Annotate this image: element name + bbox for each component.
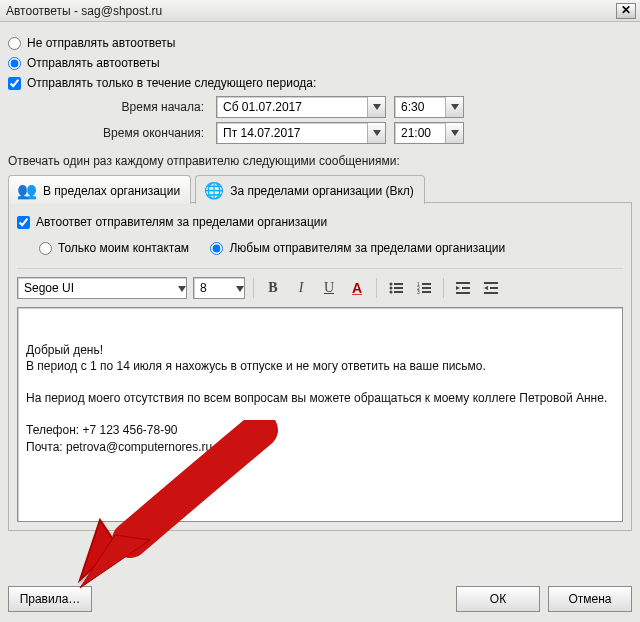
bullet-list-button[interactable]: [385, 277, 407, 299]
indent-button[interactable]: [480, 277, 502, 299]
chevron-down-icon: [445, 123, 463, 143]
end-date-value: Пт 14.07.2017: [223, 126, 301, 140]
outside-autoreply-checkbox[interactable]: [17, 216, 30, 229]
chevron-down-icon: [178, 281, 186, 295]
radio-only-contacts-input[interactable]: [39, 242, 52, 255]
period-checkbox[interactable]: [8, 77, 21, 90]
message-editor[interactable]: Добрый день! В период с 1 по 14 июля я н…: [17, 307, 623, 522]
svg-point-2: [390, 286, 393, 289]
svg-rect-14: [456, 292, 470, 294]
svg-point-0: [390, 282, 393, 285]
editor-toolbar: Segoe UI 8 B I U A 123: [17, 268, 623, 299]
start-time-dropdown[interactable]: 6:30: [394, 96, 464, 118]
numbered-list-button[interactable]: 123: [413, 277, 435, 299]
start-time-row: Время начала: Сб 01.07.2017 6:30: [88, 96, 632, 118]
chevron-down-icon: [445, 97, 463, 117]
bold-button[interactable]: B: [262, 277, 284, 299]
tab-outside-label: За пределами организации (Вкл): [230, 184, 414, 198]
svg-rect-3: [394, 287, 403, 289]
font-value: Segoe UI: [24, 281, 74, 295]
tab-inside-label: В пределах организации: [43, 184, 180, 198]
radio-only-contacts-label: Только моим контактам: [58, 241, 189, 255]
button-bar: Правила… ОК Отмена: [8, 586, 632, 612]
end-time-row: Время окончания: Пт 14.07.2017 21:00: [88, 122, 632, 144]
start-date-dropdown[interactable]: Сб 01.07.2017: [216, 96, 386, 118]
radio-no-send-label: Не отправлять автоответы: [27, 36, 175, 50]
svg-rect-1: [394, 283, 403, 285]
svg-rect-11: [422, 291, 431, 293]
radio-any-senders-label: Любым отправителям за пределами организа…: [229, 241, 505, 255]
chevron-down-icon: [367, 123, 385, 143]
font-select[interactable]: Segoe UI: [17, 277, 187, 299]
reply-once-label: Отвечать один раз каждому отправителю сл…: [8, 154, 632, 168]
chevron-down-icon: [367, 97, 385, 117]
outdent-button[interactable]: [452, 277, 474, 299]
svg-rect-7: [422, 283, 431, 285]
radio-no-send[interactable]: Не отправлять автоответы: [8, 36, 632, 50]
start-time-value: 6:30: [401, 100, 424, 114]
radio-no-send-input[interactable]: [8, 37, 21, 50]
dialog-body: Не отправлять автоответы Отправлять авто…: [0, 22, 640, 539]
tab-inside-org[interactable]: 👥 В пределах организации: [8, 175, 191, 204]
svg-rect-13: [462, 287, 470, 289]
end-label: Время окончания:: [88, 126, 208, 140]
underline-button[interactable]: U: [318, 277, 340, 299]
toolbar-separator: [376, 278, 377, 298]
start-label: Время начала:: [88, 100, 208, 114]
period-checkbox-label: Отправлять только в течение следующего п…: [27, 76, 316, 90]
tab-body-outside: Автоответ отправителям за пределами орга…: [8, 202, 632, 531]
ok-button[interactable]: ОК: [456, 586, 540, 612]
italic-button[interactable]: I: [290, 277, 312, 299]
outside-autoreply-label: Автоответ отправителям за пределами орга…: [36, 215, 327, 229]
toolbar-separator: [253, 278, 254, 298]
radio-only-contacts[interactable]: Только моим контактам: [39, 241, 189, 255]
font-color-button[interactable]: A: [346, 277, 368, 299]
size-select[interactable]: 8: [193, 277, 245, 299]
rules-button[interactable]: Правила…: [8, 586, 92, 612]
svg-rect-9: [422, 287, 431, 289]
toolbar-separator: [443, 278, 444, 298]
end-time-value: 21:00: [401, 126, 431, 140]
outside-autoreply-checkbox-row[interactable]: Автоответ отправителям за пределами орга…: [17, 215, 623, 229]
radio-send[interactable]: Отправлять автоответы: [8, 56, 632, 70]
outside-radio-group: Только моим контактам Любым отправителям…: [39, 235, 623, 258]
titlebar: Автоответы - sag@shpost.ru ✕: [0, 0, 640, 22]
svg-rect-16: [490, 287, 498, 289]
svg-rect-15: [484, 282, 498, 284]
cancel-button[interactable]: Отмена: [548, 586, 632, 612]
tabs: 👥 В пределах организации 🌐 За пределами …: [8, 174, 632, 203]
size-value: 8: [200, 281, 207, 295]
start-date-value: Сб 01.07.2017: [223, 100, 302, 114]
svg-point-4: [390, 290, 393, 293]
period-block: Отправлять только в течение следующего п…: [8, 76, 632, 144]
svg-text:3: 3: [417, 289, 420, 294]
tab-outside-org[interactable]: 🌐 За пределами организации (Вкл): [195, 175, 425, 204]
people-icon: 👥: [17, 181, 37, 200]
radio-any-senders-input[interactable]: [210, 242, 223, 255]
radio-any-senders[interactable]: Любым отправителям за пределами организа…: [210, 241, 505, 255]
end-time-dropdown[interactable]: 21:00: [394, 122, 464, 144]
svg-rect-5: [394, 291, 403, 293]
chevron-down-icon: [236, 281, 244, 295]
close-icon[interactable]: ✕: [616, 3, 636, 19]
radio-send-input[interactable]: [8, 57, 21, 70]
svg-rect-12: [456, 282, 470, 284]
end-date-dropdown[interactable]: Пт 14.07.2017: [216, 122, 386, 144]
message-text: Добрый день! В период с 1 по 14 июля я н…: [26, 342, 614, 455]
period-checkbox-row[interactable]: Отправлять только в течение следующего п…: [8, 76, 632, 90]
globe-icon: 🌐: [204, 181, 224, 200]
svg-rect-17: [484, 292, 498, 294]
radio-send-label: Отправлять автоответы: [27, 56, 160, 70]
window-title: Автоответы - sag@shpost.ru: [6, 4, 162, 18]
